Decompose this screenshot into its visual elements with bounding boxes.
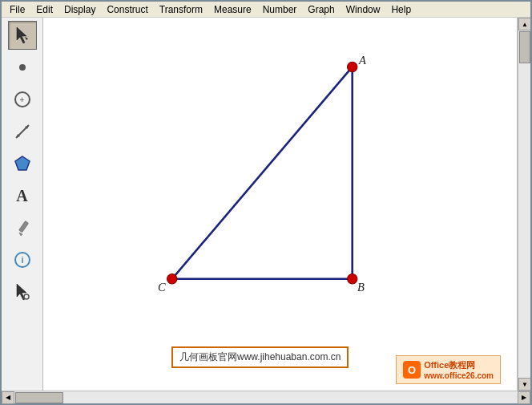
select-tool[interactable] [8, 21, 37, 50]
svg-line-13 [172, 67, 353, 278]
svg-marker-0 [17, 27, 26, 43]
svg-marker-10 [17, 284, 26, 300]
menu-file[interactable]: File [5, 3, 30, 16]
canvas-area[interactable]: A B C 几何画板官网www.jihehuaban.com.cn O Offi… [43, 18, 518, 391]
svg-point-15 [347, 62, 357, 71]
scroll-right-button[interactable]: ▶ [518, 391, 530, 404]
menubar: File Edit Display Construct Transform Me… [2, 2, 530, 18]
menu-help[interactable]: Help [386, 3, 416, 16]
menu-window[interactable]: Window [341, 3, 385, 16]
office-badge-text: Office教程网 www.office26.com [424, 359, 494, 380]
scroll-thumb-h[interactable] [15, 392, 63, 403]
toolbar: + A [2, 18, 43, 391]
info-tool[interactable]: i [8, 245, 37, 274]
compass-tool[interactable]: + [8, 85, 37, 114]
pencil-tool[interactable] [8, 213, 37, 242]
text-icon: A [16, 187, 27, 205]
main-area: + A [2, 18, 530, 391]
menu-display[interactable]: Display [59, 3, 100, 16]
menu-construct[interactable]: Construct [102, 3, 152, 16]
watermark: 几何画板官网www.jihehuaban.com.cn [171, 346, 349, 368]
point-icon [19, 64, 26, 71]
watermark-text: 几何画板官网www.jihehuaban.com.cn [179, 351, 341, 362]
menu-transform[interactable]: Transform [155, 3, 208, 16]
polygon-tool[interactable] [8, 149, 37, 178]
svg-text:B: B [357, 281, 365, 294]
scrollbar-horizontal[interactable]: ◀ ▶ [2, 391, 530, 403]
main-window: File Edit Display Construct Transform Me… [0, 0, 532, 405]
canvas-svg: A B C [43, 18, 517, 391]
svg-text:i: i [21, 255, 23, 265]
circle-icon: + [14, 91, 30, 107]
menu-graph[interactable]: Graph [303, 3, 339, 16]
scroll-thumb-v[interactable] [519, 31, 530, 63]
scroll-track-h[interactable] [14, 391, 518, 403]
menu-measure[interactable]: Measure [209, 3, 256, 16]
menu-edit[interactable]: Edit [31, 3, 58, 16]
svg-marker-7 [19, 233, 22, 236]
menu-number[interactable]: Number [258, 3, 302, 16]
move-tool[interactable] [8, 277, 37, 306]
svg-marker-1 [25, 37, 28, 40]
line-tool[interactable] [8, 117, 37, 146]
svg-point-17 [347, 274, 357, 284]
scroll-left-button[interactable]: ◀ [2, 391, 14, 404]
scroll-down-button[interactable]: ▼ [518, 378, 530, 391]
svg-point-19 [167, 274, 176, 284]
text-tool[interactable]: A [8, 181, 37, 210]
svg-rect-6 [18, 221, 28, 232]
svg-text:C: C [158, 281, 166, 294]
svg-text:A: A [358, 54, 366, 67]
scroll-track-v[interactable] [518, 30, 530, 378]
scroll-up-button[interactable]: ▲ [518, 18, 530, 30]
svg-point-11 [24, 294, 29, 299]
office-badge: O Office教程网 www.office26.com [396, 355, 501, 384]
scrollbar-vertical[interactable]: ▲ ▼ [518, 18, 530, 391]
point-tool[interactable] [8, 53, 37, 82]
svg-marker-5 [15, 156, 30, 170]
bottom-bar: ◀ ▶ [2, 391, 530, 403]
office-icon: O [403, 361, 421, 379]
